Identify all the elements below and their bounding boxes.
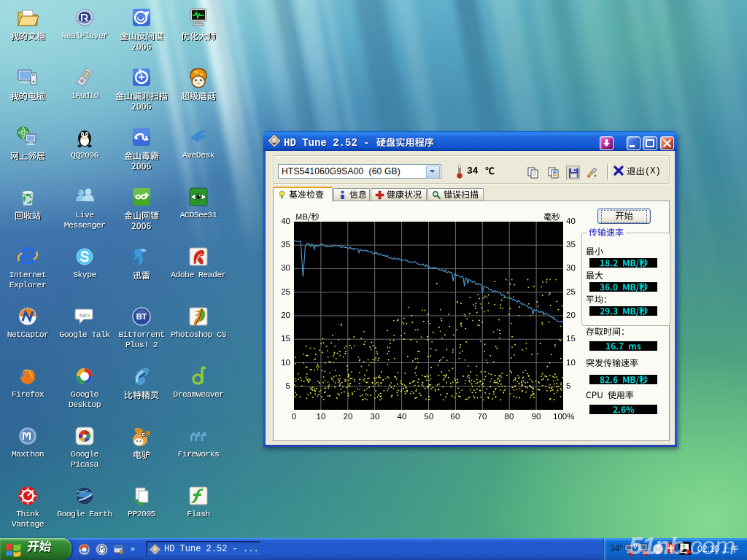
- svg-text:l: l: [85, 312, 87, 319]
- svg-text:BT: BT: [136, 312, 147, 321]
